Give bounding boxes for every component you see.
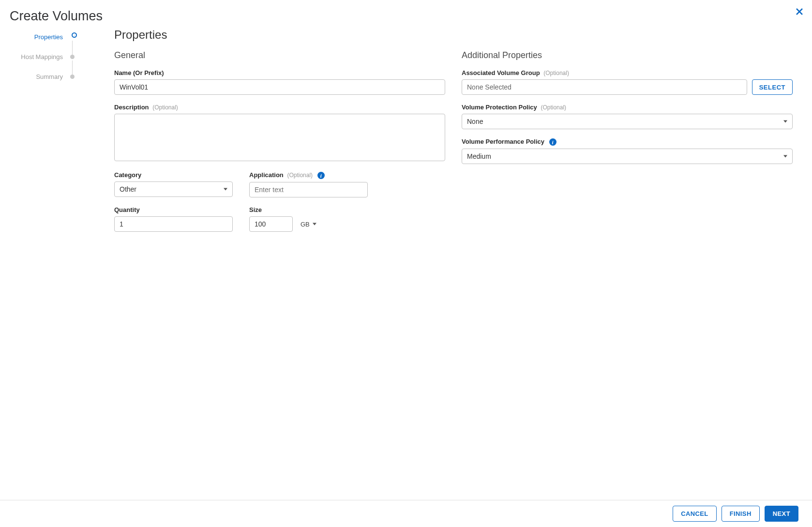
create-volumes-modal: Create Volumes Properties Host Mappings … bbox=[0, 0, 812, 527]
step-host-mappings[interactable]: Host Mappings bbox=[0, 53, 77, 73]
section-title-general: General bbox=[114, 50, 445, 60]
size-field: Size GB bbox=[249, 206, 368, 232]
info-icon[interactable]: i bbox=[549, 138, 556, 146]
application-label: Application (Optional) i bbox=[249, 171, 368, 179]
quantity-input[interactable] bbox=[114, 216, 233, 232]
category-select[interactable]: Other bbox=[114, 181, 233, 197]
category-value: Other bbox=[120, 185, 136, 193]
close-icon bbox=[796, 9, 803, 17]
name-input[interactable] bbox=[114, 79, 445, 95]
modal-title: Create Volumes bbox=[10, 9, 103, 24]
content-area: Properties General Name (Or Prefix) Desc… bbox=[114, 24, 793, 241]
volume-group-display bbox=[462, 79, 747, 95]
description-input[interactable] bbox=[114, 114, 445, 161]
page-title: Properties bbox=[114, 28, 793, 42]
description-label: Description (Optional) bbox=[114, 104, 445, 111]
category-field: Category Other bbox=[114, 171, 233, 197]
description-field: Description (Optional) bbox=[114, 104, 445, 163]
step-label: Summary bbox=[36, 73, 63, 81]
step-properties[interactable]: Properties bbox=[0, 33, 77, 53]
step-dot-icon bbox=[70, 55, 75, 59]
category-label: Category bbox=[114, 171, 233, 179]
section-title-additional: Additional Properties bbox=[462, 50, 793, 60]
name-field: Name (Or Prefix) bbox=[114, 69, 445, 95]
cancel-button[interactable]: CANCEL bbox=[673, 506, 717, 522]
size-input[interactable] bbox=[249, 216, 293, 232]
volume-group-select-button[interactable]: SELECT bbox=[752, 79, 793, 95]
step-summary[interactable]: Summary bbox=[0, 73, 77, 92]
optional-tag: (Optional) bbox=[152, 104, 178, 111]
size-label: Size bbox=[249, 206, 368, 213]
quantity-field: Quantity bbox=[114, 206, 233, 232]
next-button[interactable]: NEXT bbox=[765, 506, 798, 522]
application-field: Application (Optional) i bbox=[249, 171, 368, 197]
protection-policy-select[interactable]: None bbox=[462, 114, 793, 129]
performance-policy-select[interactable]: Medium bbox=[462, 149, 793, 164]
protection-policy-value: None bbox=[467, 118, 483, 125]
finish-button[interactable]: FINISH bbox=[722, 506, 760, 522]
optional-tag: (Optional) bbox=[543, 70, 569, 76]
volume-group-label: Associated Volume Group (Optional) bbox=[462, 69, 793, 76]
additional-section: Additional Properties Associated Volume … bbox=[462, 50, 793, 241]
performance-policy-field: Volume Performance Policy i Medium bbox=[462, 138, 793, 164]
step-dot-icon bbox=[73, 33, 76, 37]
wizard-footer: CANCEL FINISH NEXT bbox=[0, 500, 812, 527]
close-button[interactable] bbox=[796, 8, 803, 17]
optional-tag: (Optional) bbox=[287, 172, 313, 179]
performance-policy-label: Volume Performance Policy i bbox=[462, 138, 793, 146]
name-label: Name (Or Prefix) bbox=[114, 69, 445, 76]
quantity-label: Quantity bbox=[114, 206, 233, 213]
protection-policy-label: Volume Protection Policy (Optional) bbox=[462, 104, 793, 111]
performance-policy-value: Medium bbox=[467, 152, 491, 160]
size-unit-select[interactable]: GB bbox=[301, 221, 316, 228]
application-input[interactable] bbox=[249, 182, 368, 197]
step-label: Properties bbox=[34, 33, 63, 41]
wizard-stepper: Properties Host Mappings Summary bbox=[0, 33, 77, 92]
volume-group-field: Associated Volume Group (Optional) SELEC… bbox=[462, 69, 793, 95]
step-dot-icon bbox=[70, 75, 75, 79]
step-label: Host Mappings bbox=[21, 53, 63, 61]
info-icon[interactable]: i bbox=[317, 172, 325, 179]
optional-tag: (Optional) bbox=[541, 104, 566, 111]
general-section: General Name (Or Prefix) Description (Op… bbox=[114, 50, 445, 241]
protection-policy-field: Volume Protection Policy (Optional) None bbox=[462, 104, 793, 129]
